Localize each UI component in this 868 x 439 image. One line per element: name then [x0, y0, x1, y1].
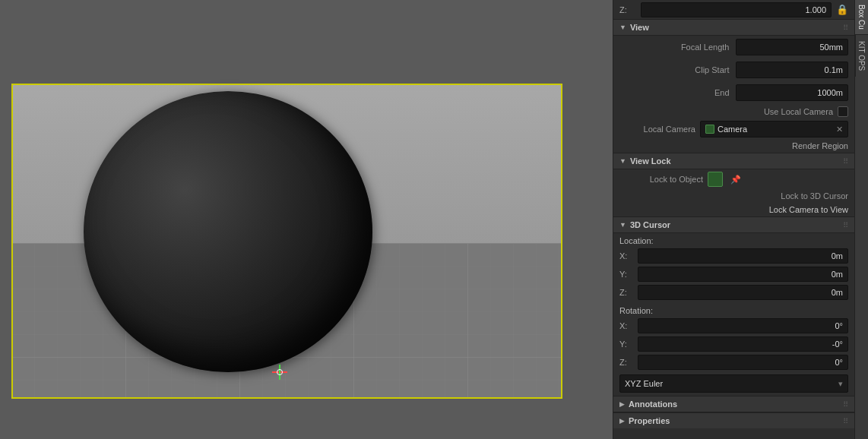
cursor-center-ring [277, 369, 283, 375]
view-lock-drag: ⠿ [843, 157, 848, 166]
side-panel: Z: 1.000 🔒 ▼ View ⠿ Focal Length 50mm Cl… [613, 0, 854, 439]
z-axis-label: Z: [619, 5, 635, 14]
viewport[interactable] [0, 0, 613, 439]
euler-select-value: XYZ Euler [625, 379, 663, 388]
focal-length-label: Focal Length [619, 39, 733, 55]
rot-x-label: X: [619, 321, 635, 330]
euler-rotation-select[interactable]: XYZ Euler ▾ [619, 374, 848, 393]
annotations-collapse-icon: ▶ [619, 400, 625, 408]
rot-z-row: Z: 0° [613, 353, 854, 371]
use-local-camera-row: Use Local Camera [613, 104, 854, 119]
lock-to-object-label: Lock to Object [619, 175, 703, 184]
euler-select-row: XYZ Euler ▾ [613, 371, 854, 396]
rotation-header: Rotation: [613, 302, 854, 317]
view-lock-section-header[interactable]: ▼ View Lock ⠿ [613, 153, 854, 169]
annotations-section-title: Annotations [629, 400, 677, 409]
cursor-3d [272, 365, 287, 380]
lock-camera-to-view-label[interactable]: Lock Camera to View [769, 205, 848, 214]
clip-end-row: End 1000m [613, 81, 854, 104]
local-camera-row: Local Camera Camera ✕ [613, 119, 854, 139]
rot-y-label: Y: [619, 340, 635, 349]
cursor-section-content: Location: X: 0m Y: 0m Z: 0m Rotation: X:… [613, 233, 854, 396]
view-section-drag: ⠿ [843, 24, 848, 32]
view-section-header-left: ▼ View [619, 23, 649, 32]
local-camera-label: Local Camera [619, 125, 695, 134]
view-lock-section-header-left: ▼ View Lock [619, 156, 671, 166]
view-collapse-icon: ▼ [619, 24, 626, 31]
use-local-camera-label: Use Local Camera [764, 107, 833, 116]
loc-z-input[interactable]: 0m [638, 285, 848, 300]
cursor-collapse-icon: ▼ [619, 221, 626, 229]
properties-drag: ⠿ [843, 417, 848, 425]
clip-end-label: End [619, 84, 733, 101]
view-section-title: View [630, 23, 649, 32]
camera-select-icon [705, 125, 714, 134]
loc-x-input[interactable]: 0m [638, 248, 848, 264]
clip-start-row: Clip Start 0.1m [613, 58, 854, 81]
kit-ops-tab[interactable]: KIT OPS [855, 35, 868, 77]
focal-length-value[interactable]: 50mm [736, 39, 849, 55]
properties-section-header[interactable]: ▶ Properties ⠿ [613, 412, 854, 428]
local-camera-value: Camera [718, 125, 747, 134]
z-value-input[interactable]: 1.000 [641, 2, 832, 17]
loc-y-input[interactable]: 0m [638, 267, 848, 282]
z-value-row: Z: 1.000 🔒 [613, 0, 854, 20]
view-lock-section-title: View Lock [630, 156, 671, 166]
loc-y-label: Y: [619, 270, 635, 279]
cursor-3d-section-header[interactable]: ▼ 3D Cursor ⠿ [613, 217, 854, 233]
local-camera-select[interactable]: Camera ✕ [700, 121, 848, 137]
rot-y-input[interactable]: -0° [638, 336, 848, 352]
annotations-header-left: ▶ Annotations [619, 400, 677, 409]
lock-to-3d-cursor-label: Lock to 3D Cursor [781, 191, 848, 201]
lock-camera-to-view-row: Lock Camera to View [613, 203, 854, 216]
focal-length-row: Focal Length 50mm [613, 36, 854, 58]
loc-z-label: Z: [619, 288, 635, 297]
loc-x-label: X: [619, 251, 635, 261]
use-local-camera-checkbox[interactable] [838, 106, 848, 117]
camera-frame [11, 84, 562, 399]
properties-header-left: ▶ Properties [619, 416, 670, 425]
cursor-section-header-left: ▼ 3D Cursor [619, 220, 670, 229]
lock-pin-icon: 📌 [730, 175, 741, 185]
view-section-content: Focal Length 50mm Clip Start 0.1m End 10… [613, 36, 854, 153]
rot-z-label: Z: [619, 358, 635, 367]
loc-y-row: Y: 0m [613, 265, 854, 283]
loc-z-row: Z: 0m [613, 283, 854, 302]
clip-start-value[interactable]: 0.1m [736, 62, 849, 78]
lock-to-object-row: Lock to Object 📌 [613, 169, 854, 189]
lock-to-object-input[interactable] [708, 172, 723, 187]
properties-section-title: Properties [629, 416, 670, 425]
annotations-section-header[interactable]: ▶ Annotations ⠿ [613, 396, 854, 412]
view-lock-content: Lock to Object 📌 Lock to 3D Cursor Lock … [613, 169, 854, 216]
cursor-section-title: 3D Cursor [630, 220, 670, 229]
clip-end-value[interactable]: 1000m [736, 84, 849, 101]
properties-collapse-icon: ▶ [619, 417, 625, 425]
box-cu-tab[interactable]: Box Cu [855, 0, 868, 35]
rot-x-input[interactable]: 0° [638, 318, 848, 333]
clip-start-label: Clip Start [619, 62, 733, 78]
location-header: Location: [613, 233, 854, 247]
loc-x-row: X: 0m [613, 247, 854, 265]
render-region-row: Render Region [613, 139, 854, 153]
z-lock-icon[interactable]: 🔒 [836, 4, 848, 15]
view-section-header[interactable]: ▼ View ⠿ [613, 20, 854, 36]
side-tabs-container: Box Cu KIT OPS [854, 0, 868, 439]
render-region-button[interactable]: Render Region [792, 141, 848, 150]
rot-x-row: X: 0° [613, 317, 854, 335]
lock-to-3d-cursor-row: Lock to 3D Cursor [613, 189, 854, 203]
cursor-section-drag: ⠿ [843, 221, 848, 229]
rot-z-input[interactable]: 0° [638, 355, 848, 370]
annotations-drag: ⠿ [843, 400, 848, 409]
local-camera-clear-button[interactable]: ✕ [836, 125, 843, 134]
rot-y-row: Y: -0° [613, 335, 854, 353]
view-lock-collapse-icon: ▼ [619, 157, 626, 165]
euler-chevron-icon: ▾ [838, 379, 843, 389]
